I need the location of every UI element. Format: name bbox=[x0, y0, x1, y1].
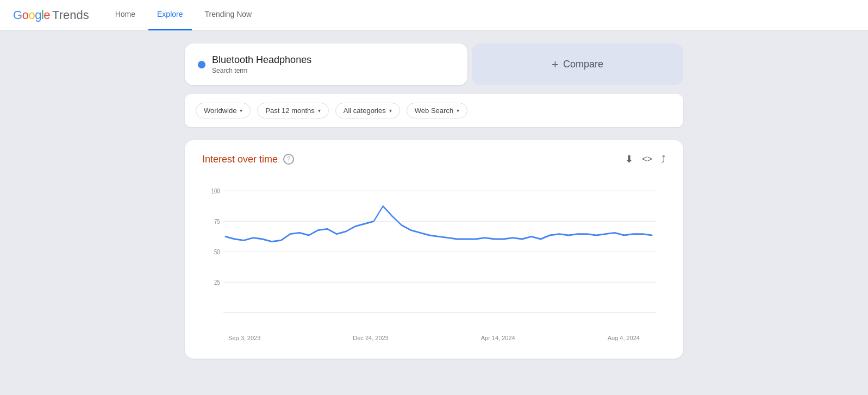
search-area: Bluetooth Headphones Search term + Compa… bbox=[185, 43, 683, 85]
header: Google Trends Home Explore Trending Now bbox=[0, 0, 868, 30]
filter-time-label: Past 12 months bbox=[265, 106, 314, 115]
filter-region-label: Worldwide bbox=[204, 106, 236, 115]
main-content: Bluetooth Headphones Search term + Compa… bbox=[0, 30, 868, 372]
logo: Google Trends bbox=[13, 8, 89, 22]
embed-button[interactable]: <> bbox=[642, 154, 652, 164]
chevron-down-icon: ▾ bbox=[389, 108, 392, 114]
compare-button[interactable]: + Compare bbox=[472, 43, 683, 85]
chart-title-area: Interest over time ? bbox=[202, 154, 294, 165]
chart-actions: ⬇ <> ⤴ bbox=[625, 153, 666, 165]
search-dot-icon bbox=[198, 61, 205, 68]
svg-text:50: 50 bbox=[214, 248, 220, 256]
filter-source[interactable]: Web Search ▾ bbox=[407, 103, 467, 118]
download-button[interactable]: ⬇ bbox=[625, 153, 633, 165]
filter-region[interactable]: Worldwide ▾ bbox=[196, 103, 251, 118]
google-wordmark: Google bbox=[13, 8, 50, 22]
interest-chart: 100 75 50 25 bbox=[202, 178, 666, 330]
chart-title: Interest over time bbox=[202, 154, 278, 165]
filter-time[interactable]: Past 12 months ▾ bbox=[257, 103, 328, 118]
chevron-down-icon: ▾ bbox=[457, 108, 459, 114]
x-label-dec: Dec 24, 2023 bbox=[353, 335, 388, 341]
main-nav: Home Explore Trending Now bbox=[107, 0, 260, 30]
compare-plus-icon: + bbox=[552, 58, 559, 72]
filter-category[interactable]: All categories ▾ bbox=[335, 103, 400, 118]
chevron-down-icon: ▾ bbox=[240, 108, 242, 114]
help-icon[interactable]: ? bbox=[283, 154, 294, 165]
chart-card: Interest over time ? ⬇ <> ⤴ 100 75 5 bbox=[185, 140, 683, 359]
svg-text:100: 100 bbox=[211, 187, 220, 195]
search-box: Bluetooth Headphones Search term bbox=[185, 43, 467, 85]
search-term: Bluetooth Headphones bbox=[212, 54, 311, 66]
trends-wordmark: Trends bbox=[52, 8, 89, 22]
chart-container: 100 75 50 25 bbox=[202, 178, 666, 330]
svg-text:75: 75 bbox=[214, 218, 220, 225]
chart-header: Interest over time ? ⬇ <> ⤴ bbox=[202, 153, 666, 165]
search-text-block: Bluetooth Headphones Search term bbox=[212, 54, 311, 74]
search-type-label: Search term bbox=[212, 67, 311, 74]
share-button[interactable]: ⤴ bbox=[661, 154, 666, 165]
filter-bar: Worldwide ▾ Past 12 months ▾ All categor… bbox=[185, 94, 683, 127]
nav-item-explore[interactable]: Explore bbox=[148, 0, 191, 30]
nav-item-home[interactable]: Home bbox=[107, 0, 144, 30]
svg-text:25: 25 bbox=[214, 279, 220, 286]
x-axis-labels: Sep 3, 2023 Dec 24, 2023 Apr 14, 2024 Au… bbox=[202, 330, 666, 341]
chevron-down-icon: ▾ bbox=[318, 108, 321, 114]
filter-source-label: Web Search bbox=[415, 106, 453, 115]
compare-label: Compare bbox=[563, 59, 603, 70]
x-label-sep: Sep 3, 2023 bbox=[228, 335, 260, 341]
nav-item-trending[interactable]: Trending Now bbox=[196, 0, 261, 30]
filter-category-label: All categories bbox=[344, 106, 386, 115]
x-label-apr: Apr 14, 2024 bbox=[481, 335, 515, 341]
x-label-aug: Aug 4, 2024 bbox=[608, 335, 640, 341]
